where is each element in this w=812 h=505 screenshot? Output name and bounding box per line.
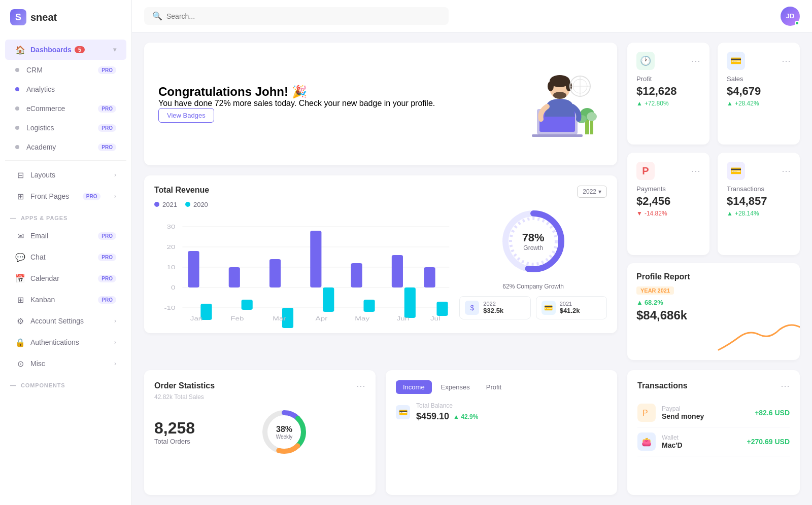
svg-rect-40 xyxy=(424,267,435,287)
transaction-info-paypal: Paypal Send money xyxy=(662,405,749,420)
bar-chart-section: Total Revenue 2021 2020 xyxy=(154,186,449,323)
front-pages-icon: ⊞ xyxy=(15,191,25,201)
academy-label: Academy xyxy=(26,143,56,151)
order-stats-subtitle: 42.82k Total Sales xyxy=(154,393,365,401)
sidebar-item-front-pages[interactable]: ⊞ Front Pages PRO › xyxy=(5,186,126,206)
payments-menu-icon[interactable]: ⋯ xyxy=(691,165,700,176)
year-selector[interactable]: 2022 ▾ xyxy=(577,186,607,198)
profit-change: ▲ +72.80% xyxy=(636,100,700,107)
welcome-illustration xyxy=(522,68,603,139)
transactions-panel: Transactions ⋯ P Paypal Send money +82.6… xyxy=(627,370,800,495)
svg-text:Jun: Jun xyxy=(397,315,410,321)
order-stats-body: 8,258 Total Orders 38% Weekly xyxy=(154,407,365,457)
transaction-info-wallet: Wallet Mac'D xyxy=(662,434,741,449)
transaction-item-wallet: 👛 Wallet Mac'D +270.69 USD xyxy=(637,427,790,456)
pro-badge: PRO xyxy=(98,254,116,261)
svg-point-11 xyxy=(553,92,566,99)
sales-menu-icon[interactable]: ⋯ xyxy=(782,55,791,66)
svg-rect-16 xyxy=(590,119,593,134)
balance-label: Total Balance xyxy=(416,402,478,409)
settings-icon: ⚙ xyxy=(15,316,25,326)
dashboards-count: 5 xyxy=(75,46,85,53)
sidebar-item-dashboards[interactable]: 🏠 Dashboards 5 ▾ xyxy=(5,40,126,60)
svg-rect-28 xyxy=(188,251,199,287)
apps-section-label: APPS & PAGES xyxy=(0,207,131,225)
order-stats-header: Order Statistics ⋯ xyxy=(154,380,365,391)
svg-rect-31 xyxy=(242,300,253,310)
sidebar-item-kanban[interactable]: ⊞ Kanban PRO xyxy=(5,290,126,310)
sidebar-item-authentications[interactable]: 🔒 Authentications › xyxy=(5,332,126,352)
sidebar-item-misc[interactable]: ⊙ Misc › xyxy=(5,353,126,374)
sales-label: Sales xyxy=(727,75,791,83)
pro-badge: PRO xyxy=(98,143,116,151)
growth-description: 62% Company Growth xyxy=(502,283,564,290)
profit-menu-icon[interactable]: ⋯ xyxy=(691,55,700,66)
svg-text:0: 0 xyxy=(171,284,175,291)
order-stats-menu-icon[interactable]: ⋯ xyxy=(356,380,365,391)
welcome-subtitle: You have done 72% more sales today. Chec… xyxy=(158,99,435,108)
sidebar-item-layouts[interactable]: ⊟ Layouts › xyxy=(5,165,126,185)
transactions-menu-icon[interactable]: ⋯ xyxy=(782,165,791,176)
chevron-icon: › xyxy=(114,193,116,200)
stat-card-sales: 💳 ⋯ Sales $4,679 ▲ +28.42% xyxy=(718,43,800,145)
search-input[interactable] xyxy=(166,12,441,20)
sidebar-item-account-settings[interactable]: ⚙ Account Settings › xyxy=(5,311,126,331)
lock-icon: 🔒 xyxy=(15,337,25,347)
nav-dot-active xyxy=(15,87,19,91)
transactions-menu-icon[interactable]: ⋯ xyxy=(781,380,790,391)
transactions-stat-label: Transactions xyxy=(727,185,791,193)
nav-dot xyxy=(15,145,19,149)
transaction-name-paypal: Send money xyxy=(662,412,749,420)
misc-icon: ⊙ xyxy=(15,358,25,369)
sidebar-item-chat[interactable]: 💬 Chat PRO xyxy=(5,247,126,267)
growth-stats: $ 2022 $32.5k 💳 2021 $41.2k xyxy=(459,296,607,319)
chart-legend: 2021 2020 xyxy=(154,201,449,208)
legend-dot-2020 xyxy=(185,202,190,207)
email-label: Email xyxy=(30,232,48,240)
svg-text:👛: 👛 xyxy=(641,437,652,447)
transaction-source-wallet: Wallet xyxy=(662,434,741,441)
tab-expenses[interactable]: Expenses xyxy=(434,380,477,394)
order-donut-percent: 38% xyxy=(276,425,293,434)
chevron-icon: › xyxy=(114,317,116,324)
brand-icon: S xyxy=(10,9,26,25)
payments-value: $2,456 xyxy=(636,195,700,208)
svg-rect-32 xyxy=(269,259,281,287)
stat-card-transactions-header: 💳 ⋯ xyxy=(727,162,791,180)
sidebar-item-academy[interactable]: Academy PRO xyxy=(5,138,126,156)
growth-panel: 2022 ▾ 78% xyxy=(459,186,607,323)
transaction-amount-wallet: +270.69 USD xyxy=(747,438,790,446)
sales-change: ▲ +28.42% xyxy=(727,100,791,107)
sidebar-item-email[interactable]: ✉ Email PRO xyxy=(5,226,126,246)
nav-dot xyxy=(15,68,19,72)
avatar[interactable]: JD xyxy=(781,7,800,26)
search-bar[interactable]: 🔍 xyxy=(144,7,449,25)
tab-income[interactable]: Income xyxy=(396,380,432,394)
profile-report-card: Profile Report YEAR 2021 ▲ 68.2% $84,686… xyxy=(627,263,800,360)
bottom-row: Order Statistics ⋯ 42.82k Total Sales 8,… xyxy=(144,370,617,495)
welcome-title: Congratulations John! 🎉 xyxy=(158,85,435,99)
chevron-down-icon: ▾ xyxy=(598,188,601,195)
svg-rect-35 xyxy=(323,287,334,312)
growth-stat-2021-label: 2021 xyxy=(560,301,580,307)
profit-label: Profit xyxy=(636,75,700,83)
svg-point-17 xyxy=(587,112,597,121)
calendar-label: Calendar xyxy=(30,274,59,282)
sidebar-item-ecommerce[interactable]: eCommerce PRO xyxy=(5,99,126,118)
sidebar-item-calendar[interactable]: 📅 Calendar PRO xyxy=(5,268,126,288)
growth-stat-2022: $ 2022 $32.5k xyxy=(459,296,530,319)
tab-profit[interactable]: Profit xyxy=(479,380,509,394)
main-content: 🔍 JD Congratulations John! 🎉 You have do… xyxy=(132,0,812,505)
svg-rect-34 xyxy=(310,231,321,287)
view-badges-button[interactable]: View Badges xyxy=(158,108,214,123)
logistics-label: Logistics xyxy=(26,124,54,132)
sidebar-nav: 🏠 Dashboards 5 ▾ CRM PRO Analytics eComm… xyxy=(0,34,131,505)
svg-point-9 xyxy=(548,81,554,91)
sidebar-item-logistics[interactable]: Logistics PRO xyxy=(5,119,126,137)
sidebar-item-crm[interactable]: CRM PRO xyxy=(5,61,126,79)
balance-change: ▲ 42.9% xyxy=(453,413,478,420)
layouts-label: Layouts xyxy=(30,171,55,179)
profile-change: ▲ 68.2% xyxy=(636,299,791,306)
sidebar-item-analytics[interactable]: Analytics xyxy=(5,80,126,98)
chevron-down-icon: ▾ xyxy=(113,46,116,53)
